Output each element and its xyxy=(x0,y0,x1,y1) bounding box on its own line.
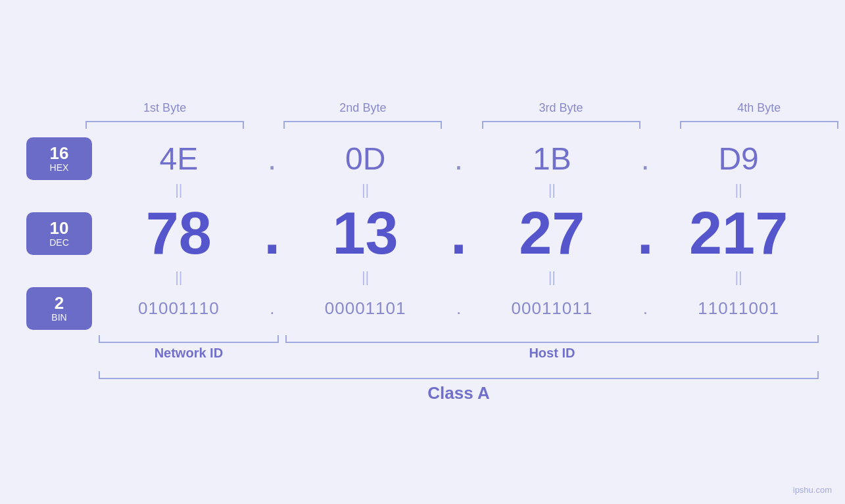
bin-val-4: 11011001 xyxy=(658,298,819,319)
dec-dot-1: . xyxy=(259,200,285,267)
dec-dot-3: . xyxy=(632,200,658,267)
id-labels-row: Network ID Host ID xyxy=(99,346,819,361)
bin-base-label: BIN xyxy=(51,312,66,323)
hex-dot-1: . xyxy=(259,141,285,177)
bin-badge: 2 BIN xyxy=(26,287,92,330)
byte-label-4: 4th Byte xyxy=(660,101,845,119)
eq1-2: || xyxy=(285,180,446,200)
host-id-label: Host ID xyxy=(285,346,819,361)
hex-val-3: 1B xyxy=(472,141,633,177)
equals-row-2: || || || || xyxy=(26,267,819,287)
class-section: Class A xyxy=(26,371,819,403)
bin-dot-1: . xyxy=(259,298,285,319)
byte-label-2: 2nd Byte xyxy=(264,101,462,119)
eq2-3: || xyxy=(472,267,633,287)
byte-label-3: 3rd Byte xyxy=(462,101,660,119)
dec-dot-2: . xyxy=(446,200,472,267)
class-label: Class A xyxy=(99,383,819,403)
dec-val-1: 78 xyxy=(99,200,259,267)
hex-val-2: 0D xyxy=(285,141,446,177)
equals-row-1: || || || || xyxy=(26,180,819,200)
main-container: 1st Byte 2nd Byte 3rd Byte 4th Byte 16 H… xyxy=(0,0,845,504)
bin-row: 2 BIN 01001110 . 00001101 . 00011011 . 1… xyxy=(26,287,819,330)
bin-val-2: 00001101 xyxy=(285,298,446,319)
hex-base-label: HEX xyxy=(50,162,69,173)
bin-dot-3: . xyxy=(632,298,658,319)
eq1-3: || xyxy=(472,180,633,200)
class-bracket-row xyxy=(99,371,819,379)
bin-dot-2: . xyxy=(446,298,472,319)
dec-val-2: 13 xyxy=(285,200,446,267)
dec-badge: 10 DEC xyxy=(26,212,92,255)
bin-val-1: 01001110 xyxy=(99,298,259,319)
hex-val-4: D9 xyxy=(658,141,819,177)
hex-row: 16 HEX 4E . 0D . 1B . D9 xyxy=(26,137,819,180)
top-bracket-row xyxy=(66,119,845,131)
bottom-bracket-section: Network ID Host ID xyxy=(26,335,819,361)
hex-dot-3: . xyxy=(632,141,658,177)
host-id-bracket xyxy=(285,335,819,343)
hex-base-num: 16 xyxy=(50,144,69,163)
bracket-1 xyxy=(66,119,264,131)
dec-base-num: 10 xyxy=(50,219,69,238)
byte-labels-row: 1st Byte 2nd Byte 3rd Byte 4th Byte xyxy=(66,101,845,119)
dec-row: 10 DEC 78 . 13 . 27 . 217 xyxy=(26,200,819,267)
network-id-label: Network ID xyxy=(99,346,279,361)
hex-dot-2: . xyxy=(446,141,472,177)
bracket-3 xyxy=(462,119,660,131)
network-id-bracket xyxy=(99,335,279,343)
hex-val-1: 4E xyxy=(99,141,259,177)
bracket-4 xyxy=(660,119,845,131)
eq2-1: || xyxy=(99,267,259,287)
eq1-4: || xyxy=(658,180,819,200)
eq2-2: || xyxy=(285,267,446,287)
dec-val-4: 217 xyxy=(658,200,819,267)
hex-values: 4E . 0D . 1B . D9 xyxy=(99,141,819,177)
bracket-2 xyxy=(264,119,462,131)
dec-base-label: DEC xyxy=(49,237,69,248)
byte-label-1: 1st Byte xyxy=(66,101,264,119)
watermark: ipshu.com xyxy=(793,485,832,495)
dec-val-3: 27 xyxy=(472,200,633,267)
dec-values: 78 . 13 . 27 . 217 xyxy=(99,200,819,267)
class-bracket xyxy=(99,371,819,379)
hex-badge: 16 HEX xyxy=(26,137,92,180)
bin-base-num: 2 xyxy=(55,294,64,313)
bin-val-3: 00011011 xyxy=(472,298,633,319)
eq1-1: || xyxy=(99,180,259,200)
id-brackets-row xyxy=(99,335,819,343)
eq2-4: || xyxy=(658,267,819,287)
bin-values: 01001110 . 00001101 . 00011011 . 1101100… xyxy=(99,298,819,319)
